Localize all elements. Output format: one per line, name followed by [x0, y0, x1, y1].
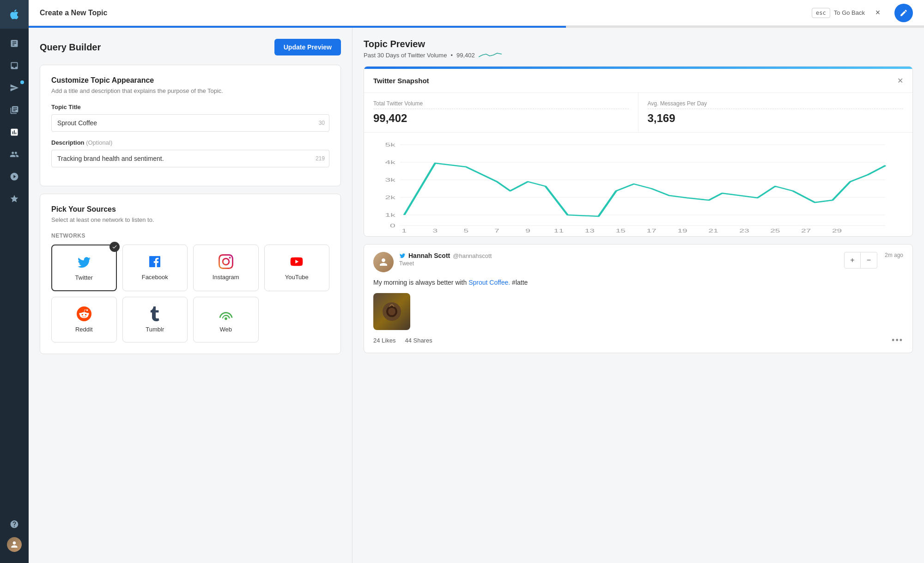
edit-icon — [900, 9, 908, 17]
reddit-icon — [77, 306, 91, 321]
description-label: Description (Optional) — [51, 139, 329, 146]
analytics-icon — [10, 128, 19, 137]
help-icon — [10, 520, 19, 529]
sidebar-item-automations[interactable] — [0, 165, 29, 188]
automations-icon — [10, 172, 19, 181]
tweet-header: Hannah Scott @hannahscott Tweet + − 2m a… — [373, 252, 903, 272]
networks-label: Networks — [51, 233, 329, 239]
svg-text:27: 27 — [801, 228, 811, 233]
topic-preview-header: Topic Preview Past 30 Days of Twitter Vo… — [364, 39, 913, 59]
sidebar-item-social[interactable] — [0, 143, 29, 165]
web-label: Web — [220, 326, 232, 333]
sidebar-item-publish[interactable] — [0, 77, 29, 99]
customize-title: Customize Topic Appearance — [51, 76, 329, 85]
total-volume-value: 99,402 — [373, 112, 629, 125]
publish-icon — [10, 83, 19, 92]
tweet-more-button[interactable]: ••• — [892, 336, 903, 345]
sidebar — [0, 0, 29, 563]
tweet-card: Hannah Scott @hannahscott Tweet + − 2m a… — [364, 244, 913, 353]
chart-area: 5k 4k 3k 2k 1k 0 1 Dec 3 5 — [364, 133, 912, 236]
logo-icon — [8, 8, 21, 21]
tweet-include-button[interactable]: + — [844, 252, 861, 269]
avatar-person-icon — [10, 540, 19, 549]
total-volume-label: Total Twitter Volume — [373, 100, 629, 109]
customize-card: Customize Topic Appearance Add a title a… — [40, 65, 341, 186]
sidebar-item-reports[interactable] — [0, 32, 29, 55]
svg-text:2k: 2k — [385, 195, 396, 200]
description-input[interactable] — [51, 150, 329, 167]
topic-preview-title: Topic Preview — [364, 39, 913, 49]
sidebar-item-inbox[interactable] — [0, 55, 29, 77]
networks-row1: Twitter Facebook Instagram — [51, 245, 329, 291]
panel-header: Query Builder Update Preview — [40, 39, 341, 55]
description-wrapper: 219 — [51, 150, 329, 167]
tweet-link[interactable]: Sprout Coffee. — [468, 279, 510, 286]
snapshot-header: Twitter Snapshot ✕ — [364, 69, 912, 93]
youtube-label: YouTube — [285, 274, 309, 281]
star-icon — [10, 194, 19, 203]
svg-point-30 — [388, 308, 395, 315]
sidebar-bottom — [7, 513, 22, 563]
close-button[interactable]: × — [872, 7, 883, 18]
facebook-label: Facebook — [142, 274, 168, 281]
network-reddit[interactable]: Reddit — [51, 297, 117, 343]
tweet-left: Hannah Scott @hannahscott Tweet — [373, 252, 492, 272]
edit-button[interactable] — [894, 4, 913, 22]
network-web[interactable]: Web — [193, 297, 259, 343]
svg-text:13: 13 — [585, 228, 595, 233]
svg-text:1: 1 — [402, 228, 407, 233]
esc-key: esc — [812, 8, 830, 18]
network-tumblr[interactable]: Tumblr — [122, 297, 188, 343]
svg-text:9: 9 — [525, 228, 530, 233]
tweet-avatar — [373, 252, 394, 272]
right-panel: Topic Preview Past 30 Days of Twitter Vo… — [352, 28, 924, 563]
sidebar-item-feeds[interactable] — [0, 99, 29, 121]
sidebar-item-help[interactable] — [7, 513, 22, 535]
tweet-likes: 24 Likes — [373, 337, 395, 344]
query-builder-title: Query Builder — [40, 42, 101, 53]
sources-title: Pick Your Sources — [51, 205, 329, 214]
description-count: 219 — [316, 155, 325, 162]
user-avatar[interactable] — [7, 537, 22, 552]
sources-desc: Select at least one network to listen to… — [51, 216, 329, 223]
tweet-author-avatar-icon — [378, 257, 389, 268]
sidebar-nav — [0, 29, 29, 513]
twitter-checkmark — [109, 242, 120, 252]
sidebar-item-analytics[interactable] — [0, 121, 29, 143]
reddit-label: Reddit — [75, 326, 93, 333]
network-facebook[interactable]: Facebook — [122, 245, 188, 291]
svg-text:11: 11 — [554, 228, 564, 233]
svg-text:5k: 5k — [385, 142, 396, 147]
feeds-icon — [10, 105, 19, 115]
tweet-meta: Hannah Scott @hannahscott Tweet — [399, 252, 492, 267]
topic-preview-subtitle: Past 30 Days of Twitter Volume • 99,402 — [364, 51, 913, 59]
topic-title-input[interactable] — [51, 114, 329, 132]
tweet-exclude-button[interactable]: − — [861, 252, 877, 269]
svg-text:1k: 1k — [385, 212, 396, 218]
svg-text:5: 5 — [463, 228, 468, 233]
snapshot-close-button[interactable]: ✕ — [897, 76, 903, 85]
svg-text:21: 21 — [708, 228, 718, 233]
tweet-header-right: + − 2m ago — [844, 252, 903, 269]
tweet-handle: @hannahscott — [453, 252, 492, 259]
tweet-author-name: Hannah Scott — [408, 252, 450, 259]
svg-text:4k: 4k — [385, 159, 396, 165]
svg-text:25: 25 — [770, 228, 780, 233]
header-back-label: To Go Back — [834, 9, 865, 16]
network-youtube[interactable]: YouTube — [264, 245, 330, 291]
snapshot-card: Twitter Snapshot ✕ Total Twitter Volume … — [364, 66, 913, 237]
tweet-image — [373, 293, 410, 330]
tumblr-icon — [147, 306, 162, 321]
svg-text:3: 3 — [433, 228, 438, 233]
page-title: Create a New Topic — [40, 9, 812, 17]
app-logo[interactable] — [0, 0, 29, 29]
network-twitter[interactable]: Twitter — [51, 245, 117, 291]
sidebar-item-features[interactable] — [0, 188, 29, 210]
network-instagram[interactable]: Instagram — [193, 245, 259, 291]
tweet-name-row: Hannah Scott @hannahscott — [399, 252, 492, 259]
svg-text:29: 29 — [832, 228, 842, 233]
web-icon — [219, 306, 233, 321]
customize-desc: Add a title and description that explain… — [51, 87, 329, 94]
page-header: Create a New Topic esc To Go Back × — [29, 0, 924, 26]
update-preview-button[interactable]: Update Preview — [274, 39, 341, 55]
